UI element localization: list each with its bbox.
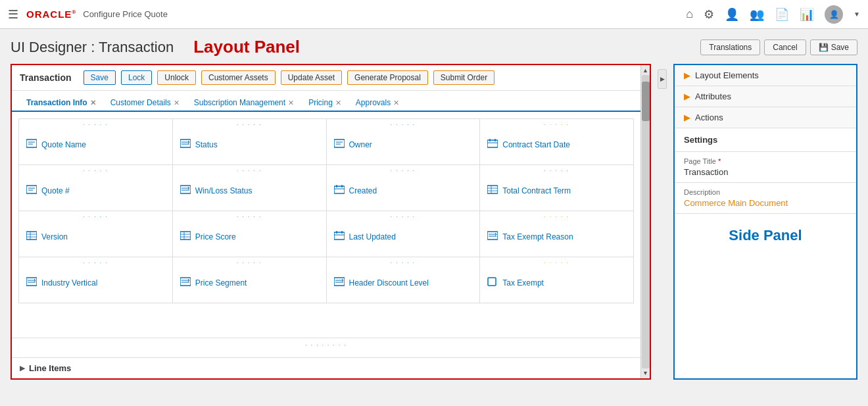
field-quote-name[interactable]: · · · · · Quote Name (19, 119, 173, 165)
field-price-segment[interactable]: · · · · · Price Segment (173, 257, 327, 303)
svg-rect-51 (488, 278, 496, 286)
content-area: Transaction Save Lock Unlock Customer As… (11, 64, 857, 380)
svg-rect-6 (334, 140, 345, 147)
dots-last-updated: · · · · · (391, 214, 416, 220)
description-value[interactable]: Commerce Main Document (684, 198, 847, 208)
field-content-created: Created (333, 185, 377, 196)
avatar-dropdown[interactable]: ▼ (854, 11, 860, 18)
last-updated-label: Last Updated (349, 232, 396, 241)
price-segment-label: Price Segment (195, 278, 247, 288)
version-label: Version (41, 232, 68, 241)
page-title-value[interactable]: Transaction (684, 167, 847, 177)
header-discount-level-label: Header Discount Level (349, 278, 429, 288)
field-content-win-loss: Win/Loss Status (180, 185, 253, 196)
field-content-tax-exempt-reason: Tax Exempt Reason (487, 231, 573, 242)
customer-assets-button[interactable]: Customer Assets (201, 70, 276, 85)
page-title-field-label: Page Title * (684, 157, 847, 165)
page-title-required: * (718, 157, 721, 165)
list-icon-tax-exempt-reason (487, 231, 498, 242)
field-tax-exempt[interactable]: · · · · · Tax Exempt (480, 257, 634, 303)
home-icon[interactable]: ⌂ (686, 7, 693, 21)
user-icon[interactable]: 👤 (725, 7, 739, 22)
layout-panel: Transaction Save Lock Unlock Customer As… (11, 64, 651, 380)
panel-expander[interactable]: ▶ (658, 69, 667, 89)
tab-approvals-close[interactable]: ✕ (393, 99, 399, 107)
update-asset-button[interactable]: Update Asset (281, 70, 342, 85)
field-last-updated[interactable]: · · · · · Last Updated (327, 211, 481, 257)
description-field: Description Commerce Main Document (675, 183, 856, 214)
tab-transaction-info-close[interactable]: ✕ (90, 99, 96, 107)
save-toolbar-button[interactable]: Save (84, 70, 116, 85)
layout-elements-item[interactable]: ▶ Layout Elements (675, 65, 856, 86)
field-price-score[interactable]: · · · · · Price Score (173, 211, 327, 257)
industry-vertical-label: Industry Vertical (41, 278, 97, 288)
field-owner[interactable]: · · · · · Owner (327, 119, 481, 165)
unlock-button[interactable]: Unlock (157, 70, 196, 85)
lock-button[interactable]: Lock (121, 70, 152, 85)
layout-panel-title: Layout Panel (193, 37, 300, 57)
tab-pricing[interactable]: Pricing ✕ (302, 95, 348, 112)
field-version[interactable]: · · · · · Version (19, 211, 173, 257)
translations-button[interactable]: Translations (700, 39, 760, 55)
field-content-header-discount: Header Discount Level (333, 277, 429, 288)
field-industry-vertical[interactable]: · · · · · Industry Vertical (19, 257, 173, 303)
tab-pricing-close[interactable]: ✕ (335, 99, 341, 107)
document-icon[interactable]: 📄 (775, 7, 789, 22)
submit-order-button[interactable]: Submit Order (433, 70, 494, 85)
field-content-quote-number: Quote # (26, 185, 70, 196)
chart-icon[interactable]: 📊 (800, 7, 814, 22)
line-items-expand-icon[interactable]: ▶ (20, 364, 25, 372)
scroll-up-arrow[interactable]: ▲ (642, 65, 648, 74)
field-contract-start-date[interactable]: · · · · · Contract Start Date (480, 119, 634, 165)
tab-subscription-close[interactable]: ✕ (288, 99, 294, 107)
quote-name-label: Quote Name (41, 140, 86, 149)
generate-proposal-button[interactable]: Generate Proposal (347, 70, 428, 85)
status-label: Status (195, 140, 218, 149)
scroll-thumb[interactable] (642, 82, 650, 121)
avatar[interactable]: 👤 (825, 5, 843, 24)
scroll-down-arrow[interactable]: ▼ (642, 370, 648, 378)
field-header-discount-level[interactable]: · · · · · Header Discount Level (327, 257, 481, 303)
tab-subscription-management[interactable]: Subscription Management ✕ (187, 95, 301, 112)
field-content-last-updated: Last Updated (333, 231, 396, 242)
field-tax-exempt-reason[interactable]: · · · · · Tax Exempt Reason (480, 211, 634, 257)
line-items-row[interactable]: ▶ Line Items (12, 357, 640, 378)
field-total-contract-term[interactable]: · · · · · Total Contract Term (480, 165, 634, 211)
group-icon[interactable]: 👥 (750, 7, 764, 22)
contract-start-date-label: Contract Start Date (502, 140, 570, 149)
tab-customer-details-close[interactable]: ✕ (174, 99, 180, 107)
cancel-button[interactable]: Cancel (764, 39, 806, 55)
tab-transaction-info[interactable]: Transaction Info ✕ (20, 95, 103, 112)
scroll-track[interactable] (642, 75, 650, 368)
side-panel-expander-area: ▶ (658, 64, 667, 380)
dots-win-loss: · · · · · (237, 168, 262, 174)
dots-tax-exempt-reason: · · · · · (544, 214, 569, 220)
layout-panel-inner: Transaction Save Lock Unlock Customer As… (12, 65, 640, 378)
field-win-loss-status[interactable]: · · · · · Win/Loss Status (173, 165, 327, 211)
svg-rect-16 (180, 186, 191, 193)
field-content-status: Status (180, 139, 218, 150)
actions-item[interactable]: ▶ Actions (675, 107, 856, 128)
attributes-item[interactable]: ▶ Attributes (675, 86, 856, 107)
layout-panel-scrollbar[interactable]: ▲ ▼ (640, 65, 650, 378)
tab-customer-details[interactable]: Customer Details ✕ (104, 95, 186, 112)
svg-rect-39 (487, 232, 498, 240)
gear-icon[interactable]: ⚙ (704, 7, 714, 22)
field-created[interactable]: · · · · · Created (327, 165, 481, 211)
field-status[interactable]: · · · · · Status (173, 119, 327, 165)
dots-price-segment: · · · · · (237, 260, 262, 266)
svg-rect-0 (26, 140, 37, 147)
text-field-icon-owner (333, 139, 345, 150)
tab-approvals[interactable]: Approvals ✕ (349, 95, 406, 112)
tab-subscription-label: Subscription Management (194, 98, 285, 107)
dots-contract-start: · · · · · (544, 122, 569, 128)
field-quote-number[interactable]: · · · · · Quote # (19, 165, 173, 211)
save-top-button[interactable]: 💾 Save (810, 39, 857, 55)
hamburger-menu[interactable]: ☰ (8, 7, 18, 22)
text-field-icon (26, 139, 37, 150)
dots-price-score: · · · · · (237, 214, 262, 220)
dots-bottom-row: · · · · · · · · (305, 342, 347, 348)
field-content-industry-vertical: Industry Vertical (26, 277, 97, 288)
header-row: UI Designer : Transaction Layout Panel T… (11, 37, 857, 57)
total-contract-term-label: Total Contract Term (502, 186, 571, 195)
